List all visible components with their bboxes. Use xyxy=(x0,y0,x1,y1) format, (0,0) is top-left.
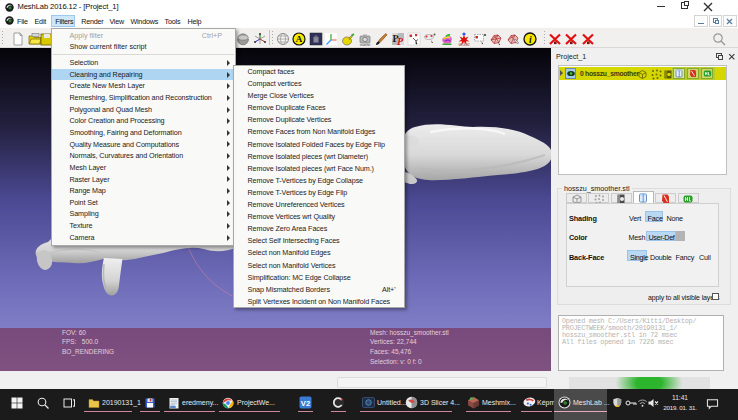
svg-text:GEODEZ: GEODEZ xyxy=(459,42,470,45)
svg-text:i: i xyxy=(528,34,531,44)
svg-text:P: P xyxy=(397,36,404,46)
svg-text:A: A xyxy=(296,34,303,44)
svg-text:V2: V2 xyxy=(300,399,309,408)
svg-text:snapshot: snapshot xyxy=(360,42,371,46)
